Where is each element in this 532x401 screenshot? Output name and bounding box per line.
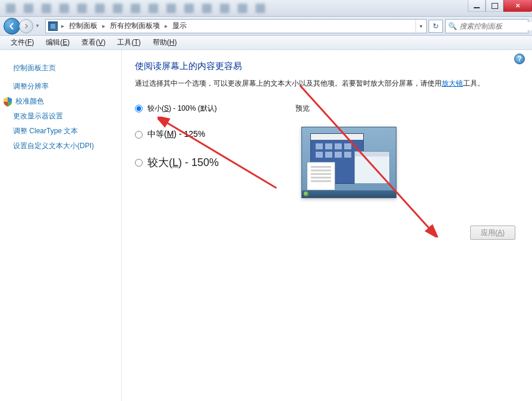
page-title: 使阅读屏幕上的内容更容易 (135, 61, 520, 72)
radio-small-input[interactable] (135, 105, 143, 112)
sidebar-item-label: 调整分辨率 (13, 82, 49, 92)
chevron-right-icon[interactable]: ▸ (101, 23, 106, 29)
nav-history-dropdown[interactable]: ▼ (33, 19, 42, 33)
search-box[interactable]: 🔍 (445, 19, 528, 33)
sidebar-home[interactable]: 控制面板主页 (0, 61, 121, 79)
menu-edit[interactable]: 编辑(E) (40, 37, 75, 48)
preview-thumbnail (301, 127, 396, 198)
thumb-taskbar (302, 190, 396, 198)
main-area: 控制面板主页 调整分辨率 校准颜色 更改显示器设置 调整 ClearType 文… (0, 50, 532, 401)
chevron-right-icon[interactable]: ▸ (163, 23, 169, 29)
menu-file[interactable]: 文件(F) (5, 37, 40, 48)
radio-medium-label: 中等(M) - 125% (147, 129, 205, 140)
radio-medium[interactable]: 中等(M) - 125% (135, 129, 295, 140)
desc-text-post: 工具。 (463, 79, 484, 87)
sidebar-cleartype[interactable]: 调整 ClearType 文本 (0, 124, 121, 139)
breadcrumb-all-items[interactable]: 所有控制面板项 (106, 20, 163, 33)
menu-view[interactable]: 查看(V) (75, 37, 111, 48)
minimize-button[interactable] (468, 0, 486, 12)
address-dropdown[interactable]: ▾ (415, 20, 426, 33)
options-column: 较小(S) - 100% (默认) 中等(M) - 125% 较大(L) - 1… (135, 104, 295, 198)
control-panel-icon (48, 21, 58, 31)
radio-large-input[interactable] (135, 159, 143, 167)
breadcrumb-control-panel[interactable]: 控制面板 (65, 20, 101, 33)
chevron-right-icon[interactable]: ▸ (60, 23, 65, 29)
search-input[interactable] (459, 22, 532, 30)
titlebar-blur (0, 0, 461, 17)
nav-buttons: ▼ (0, 18, 45, 35)
breadcrumb-display[interactable]: 显示 (169, 20, 190, 33)
radio-large-label: 较大(L) - 150% (147, 155, 219, 170)
magnifier-link[interactable]: 放大镜 (442, 79, 463, 87)
thumb-window-3 (354, 151, 390, 184)
apply-button[interactable]: 应用(A) (470, 225, 515, 240)
options-row: 较小(S) - 100% (默认) 中等(M) - 125% 较大(L) - 1… (135, 104, 520, 198)
desc-text-pre: 通过选择其中一个选项，可以更改屏幕上的文本大小以及其他项。若要暂时放大部分屏幕，… (135, 79, 442, 87)
search-icon: 🔍 (448, 22, 457, 30)
sidebar-display-settings[interactable]: 更改显示器设置 (0, 109, 121, 124)
menu-tools[interactable]: 工具(T) (111, 37, 146, 48)
sidebar-calibrate-color[interactable]: 校准颜色 (0, 94, 121, 109)
sidebar-item-label: 调整 ClearType 文本 (13, 126, 78, 136)
content-area: ? 使阅读屏幕上的内容更容易 通过选择其中一个选项，可以更改屏幕上的文本大小以及… (122, 50, 532, 401)
forward-button[interactable] (19, 19, 33, 33)
thumb-window-2 (307, 162, 335, 190)
refresh-button[interactable]: ↻ (429, 20, 443, 33)
menu-help[interactable]: 帮助(H) (147, 37, 183, 48)
sidebar-item-label: 更改显示器设置 (13, 111, 63, 121)
preview-label: 预览 (295, 104, 520, 114)
radio-large[interactable]: 较大(L) - 150% (135, 155, 295, 170)
page-description: 通过选择其中一个选项，可以更改屏幕上的文本大小以及其他项。若要暂时放大部分屏幕，… (135, 78, 520, 89)
address-row: ▼ ▸ 控制面板 ▸ 所有控制面板项 ▸ 显示 ▾ ↻ 🔍 (0, 17, 532, 36)
breadcrumb: ▸ 控制面板 ▸ 所有控制面板项 ▸ 显示 (60, 20, 415, 33)
radio-medium-input[interactable] (135, 131, 143, 139)
radio-small[interactable]: 较小(S) - 100% (默认) (135, 104, 295, 114)
sidebar-item-label: 校准颜色 (15, 96, 44, 106)
sidebar: 控制面板主页 调整分辨率 校准颜色 更改显示器设置 调整 ClearType 文… (0, 50, 122, 401)
titlebar (0, 0, 532, 17)
back-button[interactable] (4, 18, 20, 35)
menubar: 文件(F) 编辑(E) 查看(V) 工具(T) 帮助(H) (0, 36, 532, 50)
preview-column: 预览 (295, 104, 520, 198)
sidebar-item-label: 设置自定义文本大小(DPI) (13, 141, 94, 151)
window-controls (468, 0, 532, 12)
address-bar[interactable]: ▸ 控制面板 ▸ 所有控制面板项 ▸ 显示 ▾ (45, 19, 427, 33)
help-icon[interactable]: ? (514, 54, 525, 64)
close-button[interactable] (503, 0, 532, 12)
maximize-button[interactable] (486, 0, 503, 12)
shield-icon (4, 97, 12, 106)
sidebar-custom-dpi[interactable]: 设置自定义文本大小(DPI) (0, 139, 121, 153)
radio-small-label: 较小(S) - 100% (默认) (147, 104, 217, 114)
sidebar-resolution[interactable]: 调整分辨率 (0, 79, 121, 94)
